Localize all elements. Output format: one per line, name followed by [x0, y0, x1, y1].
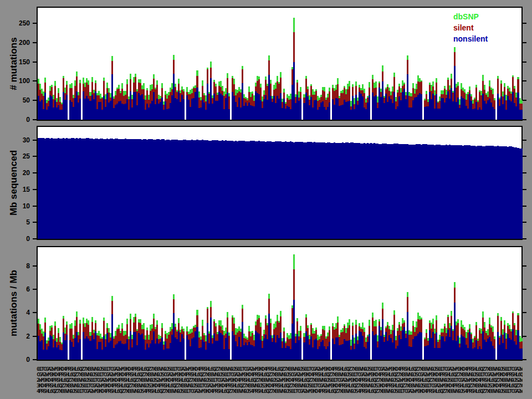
y-tick-left	[33, 265, 37, 267]
y-tick-right	[523, 265, 526, 267]
y-tick-left	[33, 289, 37, 290]
legend-label-nonsilent: nonsilent	[453, 34, 488, 43]
y-tick-left	[33, 62, 37, 63]
y-tick-left	[33, 100, 37, 101]
y-tick-left	[33, 206, 37, 207]
y-tick-right	[523, 62, 526, 63]
y-tick-label: 0	[4, 356, 30, 364]
y-tick-label: 200	[4, 39, 30, 47]
panel2-mb-sequenced-plot	[37, 126, 523, 240]
y-tick-right	[523, 206, 526, 207]
x-axis-sample-labels-row: 2WM3KD4PR5HL6QZ7XB8VN9JS01TCGA2WM3KD4PR5…	[37, 378, 523, 382]
y-tick-label: 4	[4, 309, 30, 316]
mutation-rate-figure: # mutations Mb sequenced mutations / Mb …	[0, 0, 532, 399]
y-tick-left	[33, 42, 37, 43]
legend-label-dbsnp: dbSNP	[453, 12, 479, 21]
y-tick-left	[33, 119, 37, 120]
legend-label-silent: silent	[453, 23, 474, 32]
sample-bar	[521, 8, 523, 120]
y-tick-left	[33, 189, 37, 190]
y-tick-left	[33, 359, 37, 360]
y-tick-right	[523, 100, 526, 101]
legend-item-dbsnp: dbSNP	[453, 11, 488, 22]
y-tick-right	[523, 42, 526, 43]
y-tick-left	[33, 172, 37, 173]
y-tick-label: 250	[4, 19, 30, 27]
y-tick-left	[33, 222, 37, 223]
y-tick-left	[33, 80, 37, 81]
y-tick-left	[33, 156, 37, 157]
y-tick-label: 25	[4, 152, 30, 160]
y-tick-label: 20	[4, 169, 30, 177]
panel1-bars-layer	[38, 8, 521, 120]
y-tick-right	[523, 156, 526, 157]
y-tick-right	[523, 80, 526, 81]
y-tick-label: 0	[4, 116, 30, 124]
y-tick-label: 5	[4, 218, 30, 226]
x-axis-sample-labels-row: CGA2WM3KD4PR5HL6QZ7XB8VN9JS01TCGA2WM3KD4…	[37, 372, 523, 377]
y-tick-right	[523, 140, 526, 141]
x-axis-sample-labels-row: 01TCGA2WM3KD4PR5HL6QZ7XB8VN9JS01TCGA2WM3…	[37, 367, 523, 371]
y-tick-left	[33, 238, 37, 239]
panel3-y-axis-label: mutations / Mb	[8, 270, 19, 336]
panel1-mutations-plot	[37, 7, 523, 121]
y-tick-label: 15	[4, 186, 30, 193]
legend-item-silent: silent	[453, 22, 488, 33]
legend: dbSNP silent nonsilent	[453, 11, 488, 44]
panel3-mutations-per-mb-plot	[37, 246, 523, 361]
y-tick-right	[523, 359, 526, 360]
y-tick-right	[523, 312, 526, 313]
y-tick-label: 6	[4, 285, 30, 293]
y-tick-right	[523, 172, 526, 173]
y-tick-label: 2	[4, 332, 30, 340]
panel2-bars-layer	[38, 127, 521, 239]
y-tick-right	[523, 23, 526, 24]
y-tick-label: 0	[4, 235, 30, 243]
panel3-bars-layer	[38, 247, 521, 360]
y-tick-left	[33, 336, 37, 337]
legend-item-nonsilent: nonsilent	[453, 33, 488, 44]
y-tick-right	[523, 238, 526, 239]
y-tick-right	[523, 289, 526, 290]
sample-bar	[521, 247, 523, 360]
y-tick-right	[523, 222, 526, 223]
y-tick-left	[33, 23, 37, 24]
y-tick-right	[523, 189, 526, 190]
y-tick-label: 50	[4, 96, 30, 104]
y-tick-left	[33, 312, 37, 313]
y-tick-right	[523, 119, 526, 120]
y-tick-label: 30	[4, 136, 30, 144]
y-tick-label: 10	[4, 202, 30, 210]
x-axis-sample-labels: 01TCGA2WM3KD4PR5HL6QZ7XB8VN9JS01TCGA2WM3…	[37, 367, 523, 396]
x-axis-sample-labels-row: 4PR5HL6QZ7XB8VN9JS01TCGA2WM3KD4PR5HL6QZ7…	[37, 389, 523, 393]
y-tick-label: 8	[4, 262, 30, 270]
y-tick-right	[523, 336, 526, 337]
x-axis-sample-labels-row: 3KD4PR5HL6QZ7XB8VN9JS01TCGA2WM3KD4PR5HL6…	[37, 383, 523, 388]
y-tick-label: 150	[4, 58, 30, 66]
y-tick-label: 100	[4, 77, 30, 85]
y-tick-left	[33, 140, 37, 141]
